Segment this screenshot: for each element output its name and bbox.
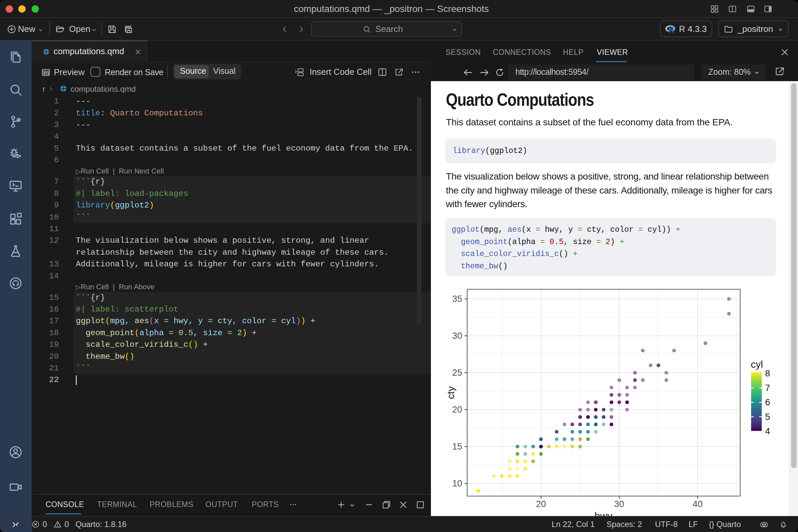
svg-text:30: 30 [452,331,462,341]
svg-text:7: 7 [765,383,770,393]
svg-text:35: 35 [452,294,462,304]
svg-text:20: 20 [536,499,546,509]
svg-text:10: 10 [452,478,462,489]
svg-text:20: 20 [452,405,462,415]
svg-text:5: 5 [765,412,770,422]
svg-text:cyl: cyl [751,359,763,370]
svg-text:8: 8 [765,368,770,378]
svg-text:25: 25 [452,368,462,378]
svg-text:6: 6 [765,397,770,407]
svg-text:cty: cty [445,386,456,399]
svg-text:4: 4 [765,426,770,436]
svg-text:15: 15 [452,441,462,452]
svg-text:40: 40 [692,499,703,509]
svg-text:30: 30 [614,499,624,509]
